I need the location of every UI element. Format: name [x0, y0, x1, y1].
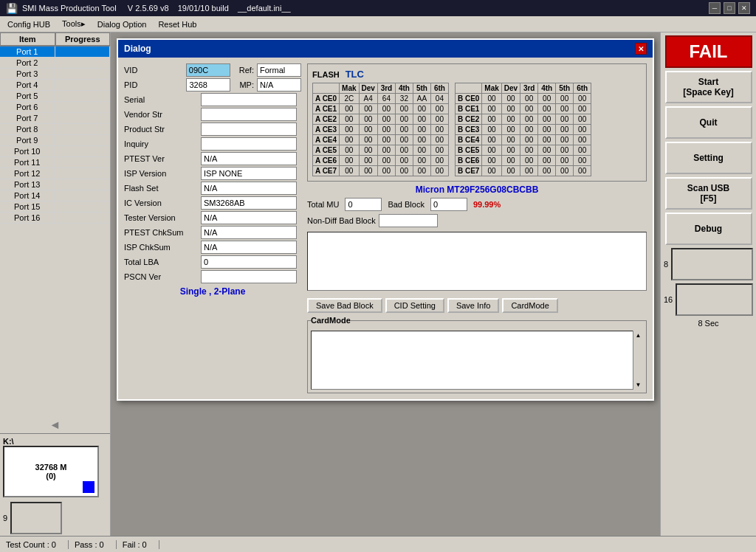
product-str-row: Product Str [124, 123, 301, 136]
total-lba-input[interactable] [201, 255, 297, 269]
flash-row: B CE2000000000000 [455, 114, 591, 125]
ic-version-label: IC Version [124, 199, 198, 207]
start-button[interactable]: Start [Space Key] [665, 71, 752, 103]
save-info-button[interactable]: Save Info [447, 298, 499, 313]
port-row[interactable]: Port 6 [0, 102, 110, 113]
vid-input[interactable] [186, 63, 230, 77]
save-bad-block-button[interactable]: Save Bad Block [307, 298, 382, 313]
port-8-box [671, 248, 753, 280]
menu-dialog-option[interactable]: Dialog Option [92, 18, 153, 30]
ref-label: Ref: [239, 66, 254, 75]
flash-set-label: Flash Set [124, 184, 198, 193]
inquiry-input[interactable] [201, 137, 297, 151]
plane-label: Single , 2-Plane [124, 286, 301, 297]
app-title: SMI Mass Production Tool V 2.5.69 v8 19/… [22, 4, 709, 13]
ref-input[interactable] [257, 63, 301, 77]
flash-row: B CE4000000000000 [455, 135, 591, 145]
bad-block-input[interactable] [430, 198, 467, 211]
flash-row: A CE02CA46432AA04 [313, 94, 449, 104]
menu-reset-hub[interactable]: Reset Hub [152, 18, 202, 30]
port-row[interactable]: Port 2 [0, 58, 110, 69]
port-row[interactable]: Port 1 [0, 46, 110, 58]
port-row[interactable]: Port 5 [0, 91, 110, 102]
port-row[interactable]: Port 13 [0, 179, 110, 190]
isp-chksum-input[interactable] [201, 241, 297, 254]
flash-row: A CE6000000000000 [313, 156, 449, 166]
total-lba-label: Total LBA [124, 258, 198, 266]
quit-button[interactable]: Quit [665, 106, 752, 139]
product-str-label: Product Str [124, 125, 198, 134]
ic-version-input[interactable] [201, 196, 297, 210]
fail-status: Fail : 0 [123, 540, 159, 549]
inquiry-row: Inquiry [124, 137, 301, 151]
port-row[interactable]: Port 15 [0, 201, 110, 213]
port-16-section: 16 [664, 283, 753, 316]
pscn-ver-label: PSCN Ver [124, 272, 198, 281]
port-row[interactable]: Port 3 [0, 69, 110, 80]
menu-tools[interactable]: Tools▸ [56, 18, 92, 30]
title-bar: 💾 SMI Mass Production Tool V 2.5.69 v8 1… [0, 0, 756, 16]
pscn-ver-row: PSCN Ver [124, 270, 301, 283]
product-str-input[interactable] [201, 123, 297, 136]
scan-usb-button[interactable]: Scan USB [F5] [665, 177, 752, 210]
flash-table-a: Mak Dev 3rd 4th 5th 6th A CE02CA46432AA0… [312, 83, 449, 176]
serial-row: Serial [124, 93, 301, 106]
port-row[interactable]: Port 11 [0, 157, 110, 168]
ptest-chksum-input[interactable] [201, 226, 297, 239]
flash-set-input[interactable] [201, 182, 297, 195]
stats-row: Total MU Bad Block 99.99% [307, 198, 647, 211]
cid-setting-button[interactable]: CID Setting [385, 298, 444, 313]
center-area: Dialog ✕ VID Ref: [111, 32, 660, 536]
port-row[interactable]: Port 9 [0, 135, 110, 146]
setting-button[interactable]: Setting [665, 142, 752, 174]
log-area[interactable] [307, 232, 647, 291]
pscn-ver-input[interactable] [201, 270, 297, 283]
serial-input[interactable] [201, 93, 297, 106]
card-mode-button[interactable]: CardMode [502, 298, 557, 313]
maximize-button[interactable]: □ [724, 2, 735, 14]
dialog-content: VID Ref: PID MP: [118, 58, 653, 399]
ic-version-row: IC Version [124, 196, 301, 210]
total-lba-row: Total LBA [124, 255, 301, 269]
port-row[interactable]: Port 4 [0, 80, 110, 91]
drive-count: (0) [46, 472, 55, 480]
cardmode-scrollbar[interactable]: ▲ ▼ [633, 331, 643, 390]
vendor-str-label: Vendor Str [124, 110, 198, 119]
port-row[interactable]: Port 8 [0, 124, 110, 135]
vendor-str-input[interactable] [201, 108, 297, 121]
port-row[interactable]: Port 10 [0, 146, 110, 157]
inquiry-label: Inquiry [124, 139, 198, 148]
port-row[interactable]: Port 12 [0, 168, 110, 179]
drive-box: 32768 M (0) [3, 446, 99, 497]
minimize-button[interactable]: ─ [709, 2, 721, 14]
tester-version-input[interactable] [201, 211, 297, 224]
isp-version-label: ISP Version [124, 169, 198, 178]
menu-config-hub[interactable]: Config HUB [1, 18, 56, 30]
port-row[interactable]: Port 7 [0, 113, 110, 124]
close-button[interactable]: ✕ [738, 2, 750, 14]
port-row[interactable]: Port 16 [0, 213, 110, 224]
total-mu-input[interactable] [345, 198, 382, 211]
nondiff-input[interactable] [379, 214, 438, 227]
pid-input[interactable] [186, 78, 230, 92]
port-progress-header: Progress [55, 32, 111, 46]
port-rows: Port 1 Port 2 Port 3 Port 4 Port 5 Port … [0, 46, 110, 417]
flash-row: B CE1000000000000 [455, 104, 591, 114]
cardmode-area[interactable] [311, 331, 643, 390]
tester-version-row: Tester Version [124, 211, 301, 224]
cardmode-group: CardMode ▲ ▼ [307, 316, 647, 393]
mp-input[interactable] [257, 78, 301, 92]
isp-version-input[interactable] [201, 167, 297, 180]
right-panel: FAIL Start [Space Key] Quit Setting Scan… [660, 32, 756, 536]
debug-button[interactable]: Debug [665, 213, 752, 245]
model-name: Micron MT29F256G08CBCBB [307, 184, 647, 195]
port-row[interactable]: Port 14 [0, 190, 110, 201]
status-bar: Test Count : 0 Pass : 0 Fail : 0 [0, 536, 756, 552]
port-8-section: 8 [664, 248, 753, 280]
flash-row: B CE0000000000000 [455, 94, 591, 104]
dialog-close-button[interactable]: ✕ [635, 43, 647, 55]
ptest-ver-input[interactable] [201, 152, 297, 165]
port-16-box [676, 283, 753, 316]
isp-version-row: ISP Version [124, 167, 301, 180]
drive-indicator [83, 481, 94, 493]
